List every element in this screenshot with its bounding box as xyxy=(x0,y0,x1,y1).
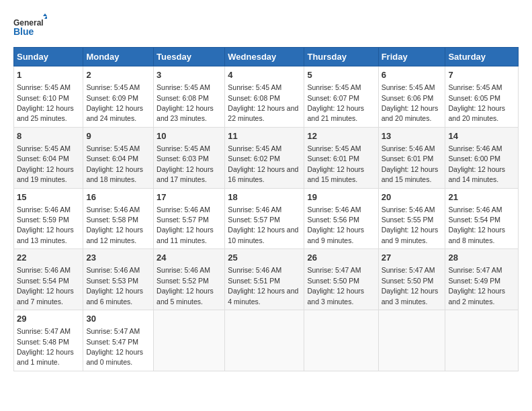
day-info: Sunrise: 5:47 AMSunset: 5:48 PMDaylight:… xyxy=(17,327,74,366)
day-number: 25 xyxy=(228,252,301,264)
calendar-cell: 24Sunrise: 5:46 AMSunset: 5:52 PMDayligh… xyxy=(154,249,225,310)
calendar-cell: 7Sunrise: 5:45 AMSunset: 6:05 PMDaylight… xyxy=(445,66,519,128)
day-number: 12 xyxy=(307,130,375,142)
day-info: Sunrise: 5:47 AMSunset: 5:49 PMDaylight:… xyxy=(448,266,505,305)
col-header-friday: Friday xyxy=(378,48,445,66)
day-number: 23 xyxy=(86,252,150,264)
day-number: 20 xyxy=(382,191,443,203)
day-info: Sunrise: 5:46 AMSunset: 5:54 PMDaylight:… xyxy=(17,266,74,305)
day-info: Sunrise: 5:46 AMSunset: 5:51 PMDaylight:… xyxy=(228,266,298,305)
day-info: Sunrise: 5:46 AMSunset: 5:56 PMDaylight:… xyxy=(307,205,364,244)
calendar-cell xyxy=(378,310,445,371)
calendar-cell: 27Sunrise: 5:47 AMSunset: 5:50 PMDayligh… xyxy=(378,249,445,310)
day-info: Sunrise: 5:47 AMSunset: 5:50 PMDaylight:… xyxy=(307,266,364,305)
day-number: 28 xyxy=(448,252,515,264)
calendar-cell: 6Sunrise: 5:45 AMSunset: 6:06 PMDaylight… xyxy=(378,66,445,128)
calendar-cell: 11Sunrise: 5:45 AMSunset: 6:02 PMDayligh… xyxy=(225,127,304,188)
day-number: 15 xyxy=(17,191,80,203)
day-info: Sunrise: 5:45 AMSunset: 6:04 PMDaylight:… xyxy=(17,144,74,183)
day-number: 4 xyxy=(228,69,301,81)
day-number: 22 xyxy=(17,252,80,264)
svg-marker-3 xyxy=(44,16,47,19)
calendar-cell: 18Sunrise: 5:46 AMSunset: 5:57 PMDayligh… xyxy=(225,188,304,249)
calendar-cell: 9Sunrise: 5:45 AMSunset: 6:04 PMDaylight… xyxy=(83,127,154,188)
day-number: 30 xyxy=(86,313,150,325)
day-info: Sunrise: 5:46 AMSunset: 5:52 PMDaylight:… xyxy=(157,266,214,305)
calendar-cell: 8Sunrise: 5:45 AMSunset: 6:04 PMDaylight… xyxy=(14,127,83,188)
calendar-table: SundayMondayTuesdayWednesdayThursdayFrid… xyxy=(13,47,519,371)
calendar-week-row: 8Sunrise: 5:45 AMSunset: 6:04 PMDaylight… xyxy=(14,127,519,188)
calendar-cell: 16Sunrise: 5:46 AMSunset: 5:58 PMDayligh… xyxy=(83,188,154,249)
day-number: 11 xyxy=(228,130,301,142)
svg-text:Blue: Blue xyxy=(13,26,34,37)
day-number: 1 xyxy=(17,69,80,81)
calendar-cell: 1Sunrise: 5:45 AMSunset: 6:10 PMDaylight… xyxy=(14,66,83,128)
col-header-tuesday: Tuesday xyxy=(154,48,225,66)
day-number: 17 xyxy=(157,191,222,203)
header-row: SundayMondayTuesdayWednesdayThursdayFrid… xyxy=(14,48,519,66)
logo-svg: General Blue xyxy=(13,13,47,40)
calendar-cell: 20Sunrise: 5:46 AMSunset: 5:55 PMDayligh… xyxy=(378,188,445,249)
day-number: 2 xyxy=(86,69,150,81)
day-info: Sunrise: 5:45 AMSunset: 6:02 PMDaylight:… xyxy=(228,144,298,183)
day-info: Sunrise: 5:46 AMSunset: 5:57 PMDaylight:… xyxy=(228,205,298,244)
day-info: Sunrise: 5:46 AMSunset: 6:01 PMDaylight:… xyxy=(382,144,439,183)
day-number: 14 xyxy=(448,130,515,142)
calendar-cell: 5Sunrise: 5:45 AMSunset: 6:07 PMDaylight… xyxy=(304,66,378,128)
calendar-week-row: 22Sunrise: 5:46 AMSunset: 5:54 PMDayligh… xyxy=(14,249,519,310)
calendar-week-row: 29Sunrise: 5:47 AMSunset: 5:48 PMDayligh… xyxy=(14,310,519,371)
calendar-cell: 4Sunrise: 5:45 AMSunset: 6:08 PMDaylight… xyxy=(225,66,304,128)
day-info: Sunrise: 5:45 AMSunset: 6:08 PMDaylight:… xyxy=(157,83,214,122)
calendar-week-row: 15Sunrise: 5:46 AMSunset: 5:59 PMDayligh… xyxy=(14,188,519,249)
calendar-cell: 26Sunrise: 5:47 AMSunset: 5:50 PMDayligh… xyxy=(304,249,378,310)
calendar-cell: 25Sunrise: 5:46 AMSunset: 5:51 PMDayligh… xyxy=(225,249,304,310)
calendar-cell: 23Sunrise: 5:46 AMSunset: 5:53 PMDayligh… xyxy=(83,249,154,310)
day-number: 21 xyxy=(448,191,515,203)
calendar-cell: 28Sunrise: 5:47 AMSunset: 5:49 PMDayligh… xyxy=(445,249,519,310)
logo: General Blue xyxy=(13,13,47,40)
calendar-cell: 30Sunrise: 5:47 AMSunset: 5:47 PMDayligh… xyxy=(83,310,154,371)
day-info: Sunrise: 5:45 AMSunset: 6:08 PMDaylight:… xyxy=(228,83,298,122)
day-number: 3 xyxy=(157,69,222,81)
calendar-cell: 29Sunrise: 5:47 AMSunset: 5:48 PMDayligh… xyxy=(14,310,83,371)
calendar-cell xyxy=(225,310,304,371)
day-number: 16 xyxy=(86,191,150,203)
calendar-cell: 17Sunrise: 5:46 AMSunset: 5:57 PMDayligh… xyxy=(154,188,225,249)
calendar-cell xyxy=(154,310,225,371)
day-info: Sunrise: 5:46 AMSunset: 5:57 PMDaylight:… xyxy=(157,205,214,244)
day-number: 9 xyxy=(86,130,150,142)
day-number: 26 xyxy=(307,252,375,264)
col-header-wednesday: Wednesday xyxy=(225,48,304,66)
day-info: Sunrise: 5:45 AMSunset: 6:03 PMDaylight:… xyxy=(157,144,214,183)
day-info: Sunrise: 5:47 AMSunset: 5:50 PMDaylight:… xyxy=(382,266,439,305)
day-info: Sunrise: 5:46 AMSunset: 5:58 PMDaylight:… xyxy=(86,205,143,244)
day-info: Sunrise: 5:45 AMSunset: 6:10 PMDaylight:… xyxy=(17,83,74,122)
day-number: 10 xyxy=(157,130,222,142)
day-number: 19 xyxy=(307,191,375,203)
svg-marker-2 xyxy=(43,13,47,16)
day-info: Sunrise: 5:46 AMSunset: 5:55 PMDaylight:… xyxy=(382,205,439,244)
col-header-saturday: Saturday xyxy=(445,48,519,66)
calendar-cell: 10Sunrise: 5:45 AMSunset: 6:03 PMDayligh… xyxy=(154,127,225,188)
day-info: Sunrise: 5:45 AMSunset: 6:04 PMDaylight:… xyxy=(86,144,143,183)
day-info: Sunrise: 5:45 AMSunset: 6:09 PMDaylight:… xyxy=(86,83,143,122)
day-number: 24 xyxy=(157,252,222,264)
day-info: Sunrise: 5:45 AMSunset: 6:05 PMDaylight:… xyxy=(448,83,505,122)
day-number: 6 xyxy=(382,69,443,81)
calendar-cell: 13Sunrise: 5:46 AMSunset: 6:01 PMDayligh… xyxy=(378,127,445,188)
day-number: 7 xyxy=(448,69,515,81)
day-number: 29 xyxy=(17,313,80,325)
col-header-sunday: Sunday xyxy=(14,48,83,66)
calendar-week-row: 1Sunrise: 5:45 AMSunset: 6:10 PMDaylight… xyxy=(14,66,519,128)
day-info: Sunrise: 5:46 AMSunset: 5:53 PMDaylight:… xyxy=(86,266,143,305)
day-number: 5 xyxy=(307,69,375,81)
calendar-cell: 21Sunrise: 5:46 AMSunset: 5:54 PMDayligh… xyxy=(445,188,519,249)
day-info: Sunrise: 5:45 AMSunset: 6:07 PMDaylight:… xyxy=(307,83,364,122)
calendar-cell xyxy=(304,310,378,371)
calendar-cell: 19Sunrise: 5:46 AMSunset: 5:56 PMDayligh… xyxy=(304,188,378,249)
col-header-monday: Monday xyxy=(83,48,154,66)
calendar-cell: 15Sunrise: 5:46 AMSunset: 5:59 PMDayligh… xyxy=(14,188,83,249)
day-info: Sunrise: 5:46 AMSunset: 5:54 PMDaylight:… xyxy=(448,205,505,244)
day-info: Sunrise: 5:45 AMSunset: 6:01 PMDaylight:… xyxy=(307,144,364,183)
calendar-cell xyxy=(445,310,519,371)
